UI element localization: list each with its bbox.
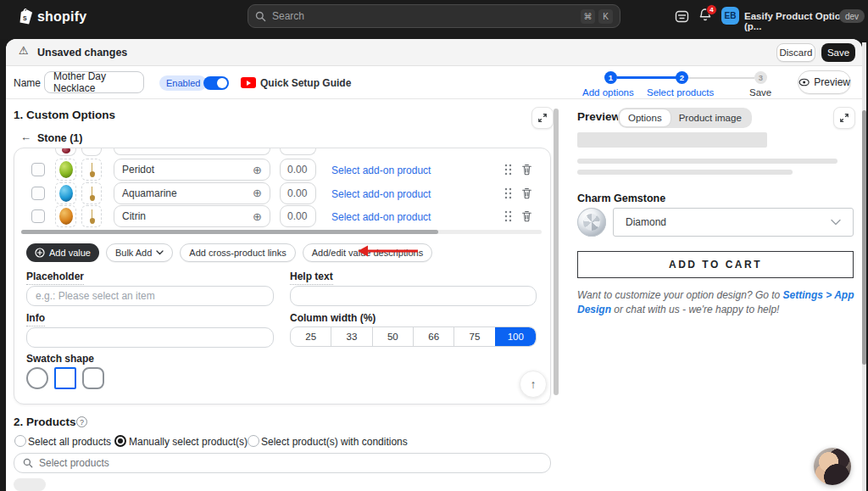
add-value-button[interactable]: Add value <box>26 243 99 262</box>
gem-image <box>59 208 73 225</box>
radio-label[interactable]: Select product(s) with conditions <box>261 436 408 448</box>
pendant-thumbnail[interactable] <box>81 159 102 181</box>
global-search-input[interactable]: Search ⌘ K <box>248 4 620 28</box>
shopify-wordmark: shopify <box>37 9 86 25</box>
value-price-input[interactable]: 0.00 <box>280 182 316 204</box>
value-row: Aquamarine⊕0.00Select add-on product <box>14 182 551 204</box>
clipped-price-input <box>280 148 316 155</box>
warning-triangle-icon: ⚠ <box>19 44 29 57</box>
bulk-add-button[interactable]: Bulk Add <box>106 243 173 262</box>
discard-button[interactable]: Discard <box>776 43 815 62</box>
plus-circle-icon[interactable]: ⊕ <box>253 187 262 198</box>
radio-select-all-products[interactable] <box>14 435 26 447</box>
column-width-segmented-control: 2533506675100 <box>290 326 537 347</box>
expand-icon <box>839 113 849 123</box>
table-hscrollbar-thumb[interactable] <box>21 230 438 234</box>
unsaved-changes-bar <box>6 39 862 66</box>
column-width-33[interactable]: 33 <box>331 327 371 346</box>
pendant-image <box>91 209 93 223</box>
gem-swatch-thumbnail[interactable] <box>55 205 76 227</box>
youtube-icon[interactable] <box>241 77 256 88</box>
row-checkbox[interactable] <box>31 163 45 176</box>
swatch-shape-rounded[interactable] <box>82 367 104 389</box>
value-name-input[interactable]: Peridot⊕ <box>114 159 270 181</box>
help-text-input[interactable] <box>290 286 537 306</box>
back-arrow-icon[interactable]: ← <box>20 131 31 143</box>
help-icon[interactable]: ? <box>76 416 87 427</box>
status-badge: Enabled <box>159 75 207 91</box>
select-addon-product-link[interactable]: Select add-on product <box>331 211 431 223</box>
save-button[interactable]: Save <box>821 43 855 62</box>
drag-handle-icon[interactable] <box>504 187 512 199</box>
plus-circle-icon[interactable]: ⊕ <box>253 211 262 222</box>
step-1-dot[interactable]: 1 <box>604 71 617 84</box>
shopify-logo[interactable]: S shopify <box>17 8 86 25</box>
step-1-label[interactable]: Add options <box>582 87 634 98</box>
drag-handle-icon[interactable] <box>504 164 512 176</box>
select-products-input[interactable]: Select products <box>14 453 551 473</box>
pendant-thumbnail[interactable] <box>81 205 102 227</box>
toggle-knob <box>217 78 227 88</box>
swatch-shape-square-selected[interactable] <box>54 367 76 389</box>
option-values-card: Peridot⊕0.00Select add-on productAquamar… <box>14 148 551 405</box>
value-price-input[interactable]: 0.00 <box>280 205 316 227</box>
search-placeholder: Search <box>272 10 577 22</box>
step-2-dot[interactable]: 2 <box>676 71 688 84</box>
placeholder-input[interactable]: e.g.: Please select an item <box>26 286 274 306</box>
value-row: Peridot⊕0.00Select add-on product <box>14 159 551 181</box>
select-addon-product-link[interactable]: Select add-on product <box>331 188 431 200</box>
notification-badge: 4 <box>706 4 717 15</box>
customize-note: Want to customize your option design? Go… <box>577 288 857 318</box>
add-to-cart-button[interactable]: ADD TO CART <box>577 251 854 278</box>
plus-circle-icon[interactable]: ⊕ <box>253 165 262 176</box>
support-chat-avatar[interactable] <box>814 448 851 485</box>
preview-panel-title: Preview <box>577 110 620 123</box>
select-addon-product-link[interactable]: Select add-on product <box>331 165 431 176</box>
trash-icon[interactable] <box>520 209 533 223</box>
pendant-thumbnail[interactable] <box>81 182 102 204</box>
value-price-input[interactable]: 0.00 <box>280 159 316 181</box>
notifications-button[interactable]: 4 <box>698 8 717 26</box>
store-icon[interactable] <box>675 9 689 24</box>
expand-options-button[interactable] <box>531 107 554 129</box>
column-width-66[interactable]: 66 <box>413 327 453 346</box>
step-2-label[interactable]: Select products <box>647 87 714 98</box>
preview-button[interactable]: Preview <box>798 70 851 94</box>
radio-manually-select-product-s-[interactable] <box>114 435 126 447</box>
trash-icon[interactable] <box>520 163 533 176</box>
value-name-input[interactable]: Citrin⊕ <box>114 205 270 227</box>
page-scrollbar-thumb[interactable] <box>862 110 866 365</box>
info-input[interactable] <box>26 327 274 348</box>
column-width-100[interactable]: 100 <box>495 327 536 346</box>
row-checkbox[interactable] <box>31 209 45 223</box>
pendant-image <box>91 163 93 176</box>
column-width-25[interactable]: 25 <box>291 327 331 346</box>
value-name-input[interactable]: Aquamarine⊕ <box>114 182 270 204</box>
radio-select-product-s-with-conditions[interactable] <box>248 435 259 447</box>
panel-scrollbar-thumb[interactable] <box>554 109 559 395</box>
swatch-shape-circle[interactable] <box>26 367 48 389</box>
gem-image <box>59 185 73 202</box>
drag-handle-icon[interactable] <box>504 210 512 222</box>
column-width-75[interactable]: 75 <box>453 327 494 346</box>
radio-label[interactable]: Select all products <box>28 436 111 448</box>
expand-preview-button[interactable] <box>833 107 855 129</box>
scroll-to-top-button[interactable]: ↑ <box>520 371 547 398</box>
radio-label[interactable]: Manually select product(s) <box>129 436 248 448</box>
option-name-input[interactable]: Mother Day Necklace <box>44 71 144 93</box>
gemstone-select[interactable]: Diamond <box>613 208 854 237</box>
tab-options[interactable]: Options <box>620 109 670 126</box>
gem-swatch-thumbnail[interactable] <box>55 182 76 204</box>
quick-setup-guide-link[interactable]: Quick Setup Guide <box>260 77 351 89</box>
column-width-50[interactable]: 50 <box>372 327 413 346</box>
skeleton-line <box>577 159 837 164</box>
column-width-label: Column width (%) <box>290 312 376 324</box>
trash-icon[interactable] <box>520 187 533 200</box>
tab-product-image[interactable]: Product image <box>670 109 750 126</box>
gem-swatch-thumbnail[interactable] <box>55 159 76 181</box>
enabled-toggle[interactable] <box>203 76 229 90</box>
store-avatar[interactable]: EB <box>721 7 739 25</box>
row-checkbox[interactable] <box>31 187 45 200</box>
search-icon <box>23 458 33 468</box>
add-cross-product-links-button[interactable]: Add cross-product links <box>180 243 295 262</box>
